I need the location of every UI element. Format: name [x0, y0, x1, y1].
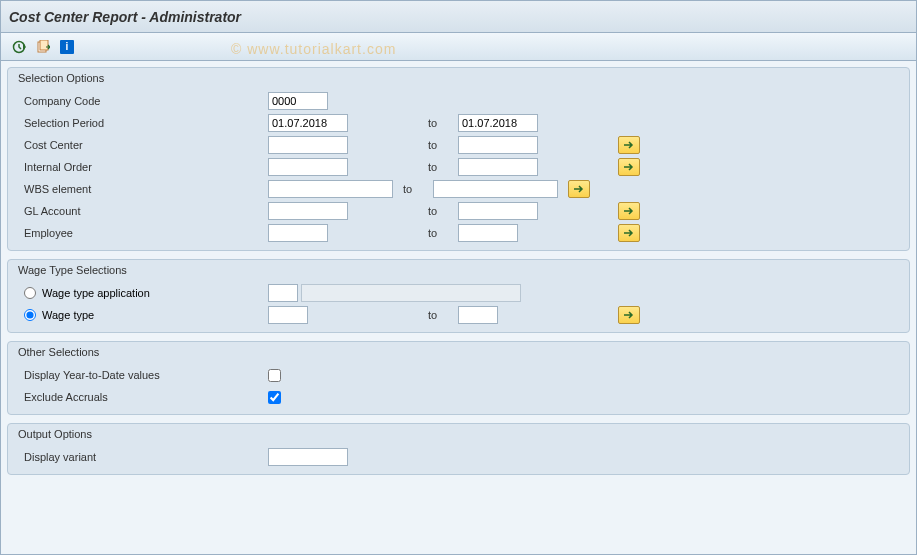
- row-wage-type-application: Wage type application: [8, 282, 909, 304]
- wage-type-from-input[interactable]: [268, 306, 308, 324]
- wbs-element-to-input[interactable]: [433, 180, 558, 198]
- to-label: to: [428, 161, 458, 173]
- group-title-selection: Selection Options: [8, 68, 909, 90]
- gl-account-multi-button[interactable]: [618, 202, 640, 220]
- toolbar: i © www.tutorialkart.com: [1, 33, 916, 61]
- group-selection-options: Selection Options Company Code Selection…: [7, 67, 910, 251]
- ytd-checkbox[interactable]: [268, 369, 281, 382]
- variant-icon: [36, 40, 50, 54]
- internal-order-from-input[interactable]: [268, 158, 348, 176]
- arrow-right-icon: [623, 140, 635, 150]
- wage-type-option[interactable]: Wage type: [18, 309, 268, 321]
- content-area: Selection Options Company Code Selection…: [1, 61, 916, 554]
- wage-type-application-code-input[interactable]: [268, 284, 298, 302]
- row-internal-order: Internal Order to: [8, 156, 909, 178]
- to-label: to: [428, 139, 458, 151]
- title-bar: Cost Center Report - Administrator: [1, 1, 916, 33]
- internal-order-to-input[interactable]: [458, 158, 538, 176]
- to-label: to: [428, 205, 458, 217]
- watermark: © www.tutorialkart.com: [231, 41, 396, 57]
- row-gl-account: GL Account to: [8, 200, 909, 222]
- info-icon: i: [60, 40, 74, 54]
- label-employee: Employee: [18, 227, 268, 239]
- row-exclude-accruals: Exclude Accruals: [8, 386, 909, 408]
- gl-account-from-input[interactable]: [268, 202, 348, 220]
- group-other-selections: Other Selections Display Year-to-Date va…: [7, 341, 910, 415]
- get-variant-button[interactable]: [33, 37, 53, 57]
- internal-order-multi-button[interactable]: [618, 158, 640, 176]
- cost-center-to-input[interactable]: [458, 136, 538, 154]
- employee-multi-button[interactable]: [618, 224, 640, 242]
- to-label: to: [403, 183, 433, 195]
- cost-center-multi-button[interactable]: [618, 136, 640, 154]
- wage-type-multi-button[interactable]: [618, 306, 640, 324]
- wage-type-label: Wage type: [42, 309, 94, 321]
- row-selection-period: Selection Period to: [8, 112, 909, 134]
- selection-period-from-input[interactable]: [268, 114, 348, 132]
- wage-type-application-label: Wage type application: [42, 287, 150, 299]
- label-wbs-element: WBS element: [18, 183, 268, 195]
- label-company-code: Company Code: [18, 95, 268, 107]
- group-title-other: Other Selections: [8, 342, 909, 364]
- wage-type-radio[interactable]: [24, 309, 36, 321]
- info-button[interactable]: i: [57, 37, 77, 57]
- arrow-right-icon: [573, 184, 585, 194]
- page-title: Cost Center Report - Administrator: [9, 9, 241, 25]
- label-exclude-accruals: Exclude Accruals: [18, 391, 268, 403]
- row-display-variant: Display variant: [8, 446, 909, 468]
- row-wbs-element: WBS element to: [8, 178, 909, 200]
- label-ytd: Display Year-to-Date values: [18, 369, 268, 381]
- to-label: to: [428, 309, 458, 321]
- exclude-accruals-checkbox[interactable]: [268, 391, 281, 404]
- wbs-element-multi-button[interactable]: [568, 180, 590, 198]
- display-variant-input[interactable]: [268, 448, 348, 466]
- wage-type-application-radio[interactable]: [24, 287, 36, 299]
- wage-type-application-option[interactable]: Wage type application: [18, 287, 268, 299]
- group-wage-type: Wage Type Selections Wage type applicati…: [7, 259, 910, 333]
- employee-from-input[interactable]: [268, 224, 328, 242]
- clock-execute-icon: [12, 40, 26, 54]
- label-internal-order: Internal Order: [18, 161, 268, 173]
- row-wage-type: Wage type to: [8, 304, 909, 326]
- label-display-variant: Display variant: [18, 451, 268, 463]
- selection-period-to-input[interactable]: [458, 114, 538, 132]
- wbs-element-from-input[interactable]: [268, 180, 393, 198]
- group-output-options: Output Options Display variant: [7, 423, 910, 475]
- wage-type-application-desc-input: [301, 284, 521, 302]
- company-code-input[interactable]: [268, 92, 328, 110]
- group-title-wage: Wage Type Selections: [8, 260, 909, 282]
- row-company-code: Company Code: [8, 90, 909, 112]
- to-label: to: [428, 227, 458, 239]
- row-employee: Employee to: [8, 222, 909, 244]
- arrow-right-icon: [623, 228, 635, 238]
- label-selection-period: Selection Period: [18, 117, 268, 129]
- employee-to-input[interactable]: [458, 224, 518, 242]
- arrow-right-icon: [623, 310, 635, 320]
- execute-button[interactable]: [9, 37, 29, 57]
- wage-type-to-input[interactable]: [458, 306, 498, 324]
- cost-center-from-input[interactable]: [268, 136, 348, 154]
- arrow-right-icon: [623, 162, 635, 172]
- gl-account-to-input[interactable]: [458, 202, 538, 220]
- row-ytd: Display Year-to-Date values: [8, 364, 909, 386]
- label-gl-account: GL Account: [18, 205, 268, 217]
- arrow-right-icon: [623, 206, 635, 216]
- row-cost-center: Cost Center to: [8, 134, 909, 156]
- svg-rect-2: [40, 40, 48, 50]
- label-cost-center: Cost Center: [18, 139, 268, 151]
- group-title-output: Output Options: [8, 424, 909, 446]
- to-label: to: [428, 117, 458, 129]
